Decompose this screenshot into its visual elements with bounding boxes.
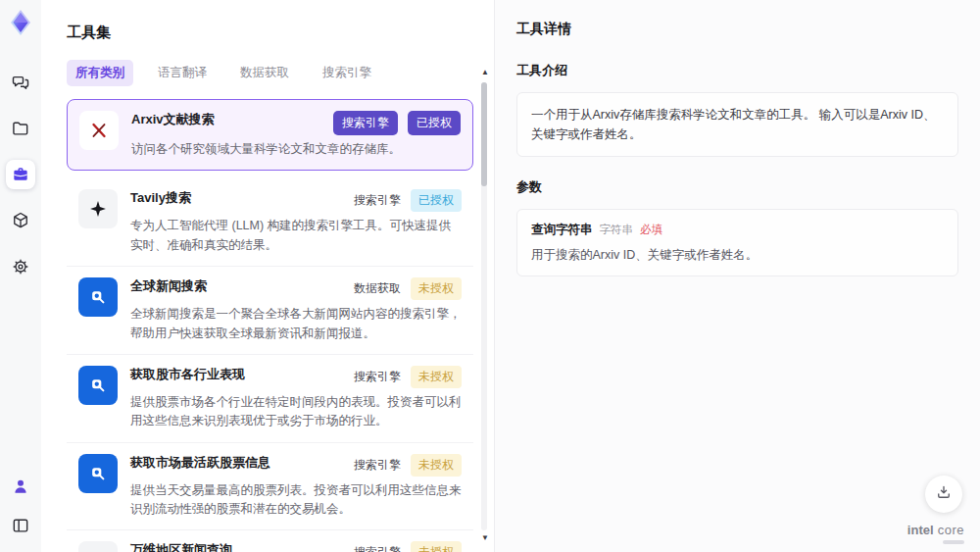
- sidebar-nav: [6, 68, 35, 281]
- sidebar-item-chat[interactable]: [6, 68, 35, 97]
- gear-icon: [11, 257, 30, 276]
- tool-description: 全球新闻搜索是一个聚合全球各大新闻网站内容的搜索引擎，帮助用户快速获取全球最新资…: [130, 305, 462, 343]
- tool-description: 提供当天交易量最高的股票列表。投资者可以利用这些信息来识别流动性强的股票和潜在的…: [130, 481, 462, 520]
- download-icon: [935, 483, 953, 505]
- tool-category-label: 搜索引擎: [354, 457, 401, 474]
- arxiv-icon: [79, 111, 119, 150]
- params-heading: 参数: [516, 178, 958, 196]
- tool-category-label: 数据获取: [354, 280, 401, 297]
- tool-name: Tavily搜索: [130, 189, 354, 207]
- tool-name: 全球新闻搜索: [130, 277, 354, 295]
- brand-intel: intel: [907, 523, 934, 537]
- sparkle-icon: [78, 189, 118, 228]
- scrollbar-thumb[interactable]: [481, 82, 487, 186]
- tool-category-label: 搜索引擎: [354, 544, 401, 552]
- intel-core-logo: intel core: [907, 523, 964, 544]
- toolbox-icon: [11, 165, 30, 184]
- tool-list-panel: 工具集 所有类别语言翻译数据获取搜索引擎 Arxiv文献搜索 搜索引擎 已授权 …: [41, 0, 494, 552]
- sidebar-item-models[interactable]: [6, 206, 35, 235]
- tool-description: 访问各个研究领域大量科学论文和文章的存储库。: [131, 140, 461, 159]
- page-title: 工具集: [67, 24, 474, 42]
- tool-card[interactable]: 万维地区新闻查询 搜索引擎 未授权 查询具体行政区划内的新闻，快速了解各地新闻动: [67, 530, 473, 552]
- scroll-down-arrow[interactable]: ▼: [481, 534, 489, 542]
- tool-description: 专为人工智能代理 (LLM) 构建的搜索引擎工具。可快速提供实时、准确和真实的结…: [130, 217, 462, 255]
- brand-sub-mark: [943, 540, 964, 544]
- chat-icon: [11, 73, 30, 92]
- detail-panel-title: 工具详情: [516, 21, 958, 38]
- package-icon: [11, 211, 30, 230]
- panel-toggle-icon: [11, 516, 30, 535]
- tool-cards-list: Arxiv文献搜索 搜索引擎 已授权 访问各个研究领域大量科学论文和文章的存储库…: [67, 99, 473, 552]
- sidebar-item-panel-toggle[interactable]: [6, 511, 35, 540]
- tool-description: 提供股票市场各个行业在特定时间段内的表现。投资者可以利用这些信息来识别表现优于或…: [130, 393, 462, 431]
- newspaper-icon: [78, 541, 118, 552]
- category-tabs: 所有类别语言翻译数据获取搜索引擎: [67, 60, 474, 86]
- scrollbar-track[interactable]: [481, 82, 487, 530]
- intro-text: 一个用于从Arxiv存储库搜索科学论文和文章的工具。 输入可以是Arxiv ID…: [531, 105, 944, 144]
- news-search-icon: [78, 277, 118, 317]
- sidebar-item-files[interactable]: [6, 114, 35, 143]
- sidebar-item-tools[interactable]: [6, 160, 35, 189]
- download-button[interactable]: [925, 476, 962, 513]
- tool-status-badge: 未授权: [411, 277, 462, 300]
- tool-status-badge: 未授权: [411, 541, 462, 552]
- sidebar-item-profile[interactable]: [6, 472, 35, 501]
- tool-status-badge: 未授权: [411, 366, 462, 388]
- scroll-up-arrow[interactable]: ▲: [481, 69, 489, 76]
- param-type: 字符串: [600, 223, 634, 237]
- brand-core: core: [934, 523, 964, 537]
- profile-icon: [11, 477, 30, 496]
- tool-name: 获取股市各行业表现: [130, 366, 354, 383]
- tab-1[interactable]: 语言翻译: [149, 60, 216, 86]
- intro-box: 一个用于从Arxiv存储库搜索科学论文和文章的工具。 输入可以是Arxiv ID…: [516, 92, 958, 157]
- tool-status-badge: 未授权: [411, 454, 462, 477]
- param-box: 查询字符串 字符串 必填 用于搜索的Arxiv ID、关键字或作者姓名。: [516, 209, 958, 276]
- tool-card[interactable]: 获取股市各行业表现 搜索引擎 未授权 提供股票市场各个行业在特定时间段内的表现。…: [67, 355, 473, 443]
- tool-card[interactable]: 全球新闻搜索 数据获取 未授权 全球新闻搜索是一个聚合全球各大新闻网站内容的搜索…: [67, 267, 473, 355]
- tool-status-badge: 已授权: [408, 111, 461, 135]
- folder-icon: [11, 119, 30, 138]
- tool-name: 万维地区新闻查询: [130, 541, 354, 552]
- tool-category-label: 搜索引擎: [354, 192, 401, 209]
- intro-heading: 工具介绍: [516, 62, 958, 79]
- tab-2[interactable]: 数据获取: [231, 60, 298, 86]
- tool-status-badge: 已授权: [411, 189, 462, 212]
- tool-card[interactable]: Tavily搜索 搜索引擎 已授权 专为人工智能代理 (LLM) 构建的搜索引擎…: [67, 178, 473, 267]
- sidebar-item-settings[interactable]: [6, 252, 35, 281]
- tool-name: Arxiv文献搜索: [131, 111, 333, 128]
- left-sidebar: [0, 0, 41, 552]
- tool-card[interactable]: 获取市场最活跃股票信息 搜索引擎 未授权 提供当天交易量最高的股票列表。投资者可…: [67, 443, 473, 531]
- tool-category-label: 搜索引擎: [333, 111, 398, 135]
- stock-sector-icon: [78, 366, 118, 405]
- tab-3[interactable]: 搜索引擎: [314, 60, 380, 86]
- tool-category-label: 搜索引擎: [354, 369, 401, 385]
- app-logo-icon: [7, 9, 34, 36]
- sidebar-bottom: [6, 472, 35, 540]
- param-required-badge: 必填: [640, 223, 662, 237]
- active-stock-icon: [78, 454, 118, 493]
- tab-0[interactable]: 所有类别: [67, 60, 133, 86]
- tool-name: 获取市场最活跃股票信息: [130, 454, 354, 472]
- tool-card[interactable]: Arxiv文献搜索 搜索引擎 已授权 访问各个研究领域大量科学论文和文章的存储库…: [67, 99, 473, 171]
- param-name: 查询字符串: [531, 222, 593, 238]
- param-description: 用于搜索的Arxiv ID、关键字或作者姓名。: [531, 247, 944, 264]
- tool-detail-panel: 工具详情 工具介绍 一个用于从Arxiv存储库搜索科学论文和文章的工具。 输入可…: [494, 0, 980, 552]
